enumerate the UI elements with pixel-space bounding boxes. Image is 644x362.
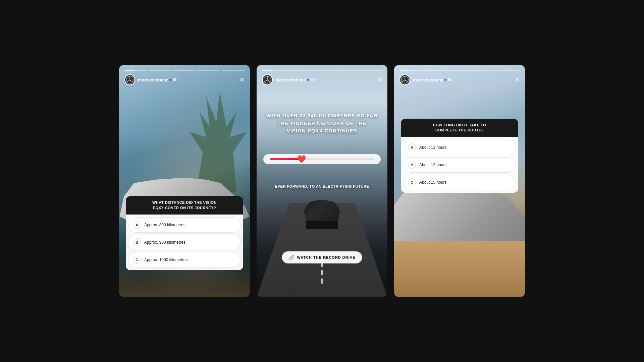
avatar-2 bbox=[262, 74, 273, 85]
quiz-option-1b[interactable]: B Approx. 900 kilometres bbox=[128, 235, 240, 250]
option-letter-3a: A bbox=[408, 143, 416, 152]
story-user-2: mercedesbenz 5h bbox=[262, 74, 315, 85]
quiz-question-1: WHAT DISTANCE DID THE VISIONEQXX COVER O… bbox=[126, 196, 243, 215]
username-3: mercedesbenz 5h bbox=[413, 77, 452, 82]
quiz-widget-3: HOW LONG DID IT TAKE TOCOMPLETE THE ROUT… bbox=[401, 119, 518, 193]
avatar-1 bbox=[124, 74, 135, 85]
slider-track: ❤️ bbox=[270, 158, 374, 160]
slider-thumb: ❤️ bbox=[297, 156, 306, 163]
car-rear-view bbox=[302, 200, 342, 230]
progress-seg-2-1 bbox=[262, 70, 285, 71]
progress-seg-3-1 bbox=[399, 70, 422, 71]
progress-bar-1 bbox=[124, 70, 245, 71]
option-letter-3b: B bbox=[408, 161, 416, 169]
mercedes-logo-2 bbox=[264, 76, 271, 83]
watch-icon: 🔗 bbox=[289, 255, 294, 260]
avatar-3 bbox=[399, 74, 410, 85]
progress-seg-2-4 bbox=[335, 70, 358, 71]
option-letter-1c: C bbox=[133, 256, 141, 264]
story-user-1: mercedesbenz 5h bbox=[124, 74, 177, 85]
watch-button[interactable]: 🔗 WATCH THE RECORD DRIVE bbox=[282, 251, 362, 263]
option-text-1c: Approx. 1000 kilometres bbox=[144, 257, 187, 262]
mercedes-logo-3 bbox=[401, 76, 409, 83]
progress-seg-3-5 bbox=[497, 70, 520, 71]
sub-text-2: EVER FORWARD, TO AN ELECTRIFYING FUTURE bbox=[263, 184, 381, 188]
quiz-option-1c[interactable]: C Approx. 1000 kilometres bbox=[128, 252, 240, 267]
story-user-3: mercedesbenz 5h bbox=[399, 74, 452, 85]
progress-seg-2 bbox=[149, 70, 171, 71]
progress-seg-2-5 bbox=[359, 70, 382, 71]
story-header-3: mercedesbenz 5h ··· ✕ bbox=[394, 65, 525, 88]
progress-seg-2-2 bbox=[286, 70, 309, 71]
progress-seg-3-3 bbox=[448, 70, 471, 71]
progress-seg-1 bbox=[124, 70, 147, 71]
story-actions-3[interactable]: ··· ✕ bbox=[505, 76, 520, 83]
slider-container[interactable]: ❤️ bbox=[263, 154, 381, 164]
close-button-3[interactable]: ✕ bbox=[515, 76, 520, 83]
story-header-2: mercedesbenz 5h ··· ✕ bbox=[257, 65, 387, 88]
username-1: mercedesbenz 5h bbox=[138, 77, 177, 82]
option-text-3b: About 13 hours bbox=[419, 163, 446, 167]
quiz-widget-1: WHAT DISTANCE DID THE VISIONEQXX COVER O… bbox=[126, 196, 243, 270]
close-button-1[interactable]: ✕ bbox=[239, 76, 245, 83]
watch-btn-text: WATCH THE RECORD DRIVE bbox=[297, 255, 356, 259]
progress-seg-2-3 bbox=[311, 70, 333, 71]
story-header-1: mercedesbenz 5h ··· ✕ bbox=[119, 65, 250, 88]
more-button-1[interactable]: ··· bbox=[230, 76, 235, 83]
story-card-3: mercedesbenz 5h ··· ✕ HOW LONG DID IT TA… bbox=[394, 65, 525, 297]
option-text-3c: About 15 hours bbox=[419, 180, 446, 185]
option-letter-1b: B bbox=[133, 238, 141, 246]
option-text-1a: Approx. 800 kilometres bbox=[144, 223, 185, 227]
verified-2 bbox=[307, 79, 309, 81]
progress-seg-3-2 bbox=[424, 70, 446, 71]
option-text-1b: Approx. 900 kilometres bbox=[144, 240, 185, 245]
main-text-2: WITH OVER 23,340 KILOMETRES SO FARTHE PI… bbox=[263, 112, 381, 135]
option-letter-1a: A bbox=[133, 221, 141, 229]
story-meta-2: mercedesbenz 5h ··· ✕ bbox=[262, 74, 382, 85]
quiz-options-1: A Approx. 800 kilometres B Approx. 900 k… bbox=[126, 215, 243, 270]
quiz-option-3c[interactable]: C About 15 hours bbox=[404, 175, 516, 190]
story-meta-3: mercedesbenz 5h ··· ✕ bbox=[399, 74, 520, 85]
slider-widget: ❤️ EVER FORWARD, TO AN ELECTRIFYING FUTU… bbox=[263, 154, 381, 188]
story-card-1: mercedesbenz 5h ··· ✕ WHAT DISTANCE DID … bbox=[119, 65, 250, 297]
close-button-2[interactable]: ✕ bbox=[377, 76, 382, 83]
progress-seg-4 bbox=[197, 70, 220, 71]
progress-bar-3 bbox=[399, 70, 520, 71]
mercedes-logo-1 bbox=[126, 76, 133, 83]
progress-seg-5 bbox=[222, 70, 245, 71]
quiz-option-3b[interactable]: B About 13 hours bbox=[404, 157, 516, 173]
text-overlay-2: WITH OVER 23,340 KILOMETRES SO FARTHE PI… bbox=[263, 112, 381, 135]
verified-3 bbox=[444, 79, 446, 81]
time-2: 5h bbox=[310, 77, 315, 82]
sub-text-area: EVER FORWARD, TO AN ELECTRIFYING FUTURE bbox=[263, 184, 381, 188]
more-button-2[interactable]: ··· bbox=[368, 76, 373, 83]
progress-seg-3 bbox=[173, 70, 196, 71]
quiz-question-3: HOW LONG DID IT TAKE TOCOMPLETE THE ROUT… bbox=[401, 119, 518, 137]
quiz-options-3: A About 11 hours B About 13 hours C Abou… bbox=[401, 137, 518, 193]
story-meta-1: mercedesbenz 5h ··· ✕ bbox=[124, 74, 245, 85]
username-2: mercedesbenz 5h bbox=[275, 77, 315, 82]
progress-seg-3-4 bbox=[472, 70, 495, 71]
quiz-option-3a[interactable]: A About 11 hours bbox=[404, 140, 516, 155]
option-letter-3c: C bbox=[408, 178, 416, 186]
story-actions-1[interactable]: ··· ✕ bbox=[230, 76, 245, 83]
story-actions-2[interactable]: ··· ✕ bbox=[368, 76, 382, 83]
verified-1 bbox=[169, 79, 171, 81]
story-card-2: mercedesbenz 5h ··· ✕ WITH OVER 23,340 K… bbox=[257, 65, 387, 297]
progress-bar-2 bbox=[262, 70, 382, 71]
time-3: 5h bbox=[448, 77, 452, 82]
time-1: 5h bbox=[173, 77, 177, 82]
option-text-3a: About 11 hours bbox=[419, 145, 446, 150]
quiz-option-1a[interactable]: A Approx. 800 kilometres bbox=[128, 217, 240, 233]
more-button-3[interactable]: ··· bbox=[505, 76, 511, 83]
